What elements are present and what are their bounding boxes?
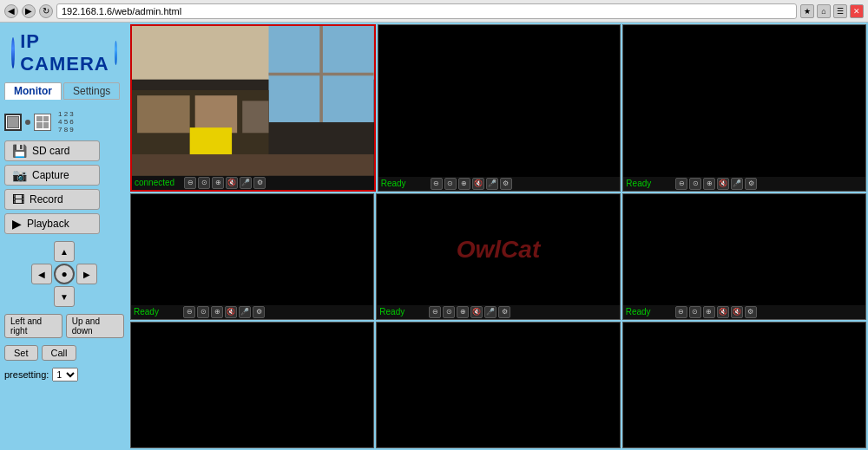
cam-zoom-in-2[interactable]: ⊕ [458, 178, 470, 190]
camera-cell-1[interactable]: connected ⊖ ⊙ ⊕ 🔇 🎤 ⚙ [130, 24, 376, 192]
cam-zoom-in-3[interactable]: ⊕ [703, 178, 715, 190]
cam-mic-5[interactable]: 🎤 [484, 306, 496, 318]
playback-button[interactable]: ▶ Playback [4, 213, 100, 234]
call-button[interactable]: Call [42, 345, 77, 361]
camera-status-5: Ready [379, 307, 427, 316]
cam-settings-2[interactable]: ⚙ [500, 178, 512, 190]
cam-settings-6[interactable]: ⚙ [745, 306, 757, 318]
left-right-button[interactable]: Left and right [4, 314, 62, 338]
cam-zoom-out-4[interactable]: ⊖ [183, 306, 195, 318]
cam-zoom-out-2[interactable]: ⊖ [431, 178, 443, 190]
cam-settings-1[interactable]: ⚙ [253, 177, 266, 189]
cam-mute-3[interactable]: 🔇 [717, 178, 729, 190]
camera-feed-2 [378, 25, 621, 177]
camera-cell-5[interactable]: OwlCat Ready ⊖ ⊙ ⊕ 🔇 🎤 ⚙ [376, 193, 620, 320]
cam-zoom-out-6[interactable]: ⊖ [675, 306, 687, 318]
cam-zoom-fit-1[interactable]: ⊙ [198, 177, 210, 189]
camera-row-2: Ready ⊖ ⊙ ⊕ 🔇 🎤 ⚙ OwlCat Ready ⊖ ⊙ [130, 193, 866, 320]
cam-mute-6[interactable]: 🔇 [717, 306, 729, 318]
playback-icon: ▶ [12, 217, 22, 231]
view-dot [25, 120, 30, 125]
camera-grid: connected ⊖ ⊙ ⊕ 🔇 🎤 ⚙ Ready ⊖ ⊙ ⊕ 🔇 [128, 23, 868, 450]
camera-cell-3[interactable]: Ready ⊖ ⊙ ⊕ 🔇 🎤 ⚙ [622, 24, 866, 192]
quad-view-icon[interactable] [34, 114, 51, 131]
ptz-down-button[interactable]: ▼ [54, 286, 75, 307]
camera-feed-7 [131, 323, 373, 447]
close-icon[interactable]: ✕ [850, 4, 864, 18]
menu-icon[interactable]: ☰ [833, 4, 847, 18]
presetting-select[interactable]: 1 2 3 [52, 368, 78, 382]
refresh-button[interactable]: ↻ [39, 4, 53, 18]
back-button[interactable]: ◀ [4, 4, 18, 18]
cam-zoom-in-6[interactable]: ⊕ [703, 306, 715, 318]
camera-feed-3 [623, 25, 865, 177]
cam-mic-2[interactable]: 🎤 [486, 178, 498, 190]
preset-row: presetting: 1 2 3 [4, 368, 124, 382]
cam-zoom-fit-3[interactable]: ⊙ [689, 178, 701, 190]
cam-mic-1[interactable]: 🎤 [240, 177, 252, 189]
presetting-label: presetting: [4, 369, 49, 380]
camera-controls-3: Ready ⊖ ⊙ ⊕ 🔇 🎤 ⚙ [623, 177, 865, 191]
set-call-buttons: Set Call [4, 345, 124, 361]
cam-settings-5[interactable]: ⚙ [498, 306, 510, 318]
main-tabs: Monitor Settings [4, 82, 124, 100]
cam-mute-2[interactable]: 🔇 [472, 178, 484, 190]
cam-zoom-fit-5[interactable]: ⊙ [443, 306, 455, 318]
view-numbers: 1 2 3 4 5 6 7 8 9 [58, 110, 74, 134]
ptz-up-button[interactable]: ▲ [54, 241, 75, 262]
svg-rect-6 [137, 95, 190, 133]
single-view-icon[interactable] [4, 114, 22, 131]
camera-status-2: Ready [381, 179, 429, 188]
camera-icon: 📷 [12, 168, 27, 182]
set-button[interactable]: Set [4, 345, 38, 361]
cam-mute-4[interactable]: 🔇 [225, 306, 237, 318]
cam-settings-4[interactable]: ⚙ [253, 306, 265, 318]
camera-controls-1: connected ⊖ ⊙ ⊕ 🔇 🎤 ⚙ [132, 176, 374, 190]
tab-monitor[interactable]: Monitor [4, 82, 62, 100]
cam-zoom-fit-2[interactable]: ⊙ [444, 178, 457, 190]
home-icon[interactable]: ⌂ [817, 4, 831, 18]
svg-rect-7 [195, 95, 237, 133]
tab-settings[interactable]: Settings [63, 82, 120, 100]
record-button[interactable]: 🎞 Record [4, 189, 100, 210]
record-icon: 🎞 [12, 192, 24, 206]
app-title: IP CAMERA [20, 30, 109, 75]
cam-mic-6[interactable]: 🔇 [731, 306, 743, 318]
ptz-right-button[interactable]: ▶ [76, 264, 97, 284]
camera-cell-2[interactable]: Ready ⊖ ⊙ ⊕ 🔇 🎤 ⚙ [378, 24, 621, 192]
camera-cell-8[interactable] [376, 322, 620, 448]
cam-mute-5[interactable]: 🔇 [470, 306, 483, 318]
capture-button[interactable]: 📷 Capture [4, 165, 100, 186]
camera-image-1 [132, 26, 374, 176]
sd-card-button[interactable]: 💾 SD card [4, 140, 100, 161]
camera-status-6: Ready [626, 307, 674, 316]
camera-cell-7[interactable] [130, 322, 374, 448]
cam-mic-4[interactable]: 🎤 [239, 306, 251, 318]
cam-zoom-fit-4[interactable]: ⊙ [197, 306, 209, 318]
cam-zoom-in-1[interactable]: ⊕ [212, 177, 224, 189]
forward-button[interactable]: ▶ [22, 4, 36, 18]
cam-mic-3[interactable]: 🎤 [731, 178, 743, 190]
camera-cell-6[interactable]: Ready ⊖ ⊙ ⊕ 🔇 🔇 ⚙ [622, 193, 866, 320]
watermark-5: OwlCat [457, 236, 540, 264]
up-down-button[interactable]: Up and down [66, 314, 124, 338]
cam-mute-1[interactable]: 🔇 [226, 177, 238, 189]
camera-status-4: Ready [134, 307, 181, 316]
camera-feed-5: OwlCat [377, 194, 619, 305]
cam-zoom-out-3[interactable]: ⊖ [675, 178, 687, 190]
camera-cell-9[interactable] [622, 322, 866, 448]
ptz-left-button[interactable]: ◀ [31, 264, 52, 284]
cam-zoom-in-5[interactable]: ⊕ [457, 306, 469, 318]
cam-zoom-fit-6[interactable]: ⊙ [689, 306, 701, 318]
cam-zoom-out-5[interactable]: ⊖ [429, 306, 441, 318]
cam-settings-3[interactable]: ⚙ [745, 178, 757, 190]
camera-status-1: connected [135, 178, 182, 187]
camera-cell-4[interactable]: Ready ⊖ ⊙ ⊕ 🔇 🎤 ⚙ [130, 193, 374, 320]
ptz-center-button[interactable]: ● [54, 264, 75, 284]
bookmark-icon[interactable]: ★ [800, 4, 814, 18]
cam-zoom-out-1[interactable]: ⊖ [184, 177, 196, 189]
cam-zoom-in-4[interactable]: ⊕ [211, 306, 223, 318]
move-buttons: Left and right Up and down [4, 314, 124, 338]
camera-controls-5: Ready ⊖ ⊙ ⊕ 🔇 🎤 ⚙ [377, 305, 619, 319]
url-bar[interactable] [56, 3, 797, 19]
